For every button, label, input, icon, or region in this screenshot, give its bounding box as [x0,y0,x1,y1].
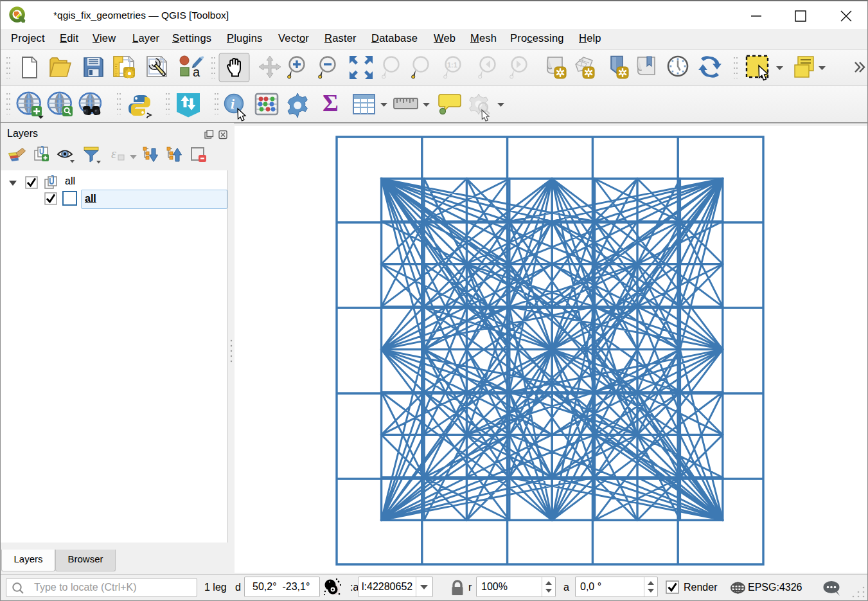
svg-text:i: i [231,96,235,112]
svg-text:1:1: 1:1 [447,61,457,69]
svg-text:Σ: Σ [323,89,339,116]
svg-text:a: a [193,65,200,79]
svg-text:ε: ε [111,147,116,161]
